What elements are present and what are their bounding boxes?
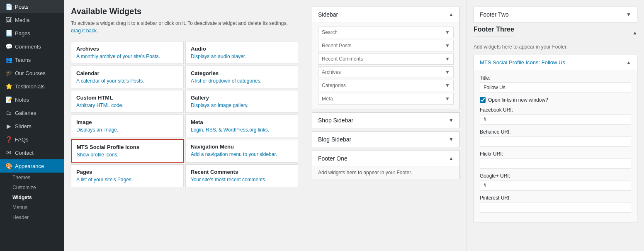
facebook-field-row: Facebook URI: [480,107,631,125]
sidebar-item-gallaries[interactable]: 🗂 Gallaries [0,106,64,119]
media-icon: 🖼 [5,17,12,23]
widget-image[interactable]: Image Displays an image. [71,115,184,137]
flickr-field-row: Flickr URI: [480,151,631,169]
available-widgets-title: Available Widgets [71,7,298,16]
sidebar-item-contact[interactable]: ✉ Contact [0,146,64,159]
widget-audio-desc: Displays an audio player. [191,54,293,59]
widgets-description: To activate a widget drag it to a sideba… [71,19,298,34]
sidebar-item-testimonials[interactable]: ⭐ Testimonials [0,80,64,93]
sidebar-sub-header[interactable]: Header [0,212,64,222]
testimonials-icon: ⭐ [5,83,12,90]
pinterest-input[interactable] [480,202,631,213]
widget-calendar[interactable]: Calendar A calendar of your site's Posts… [71,66,184,88]
widget-custom-html[interactable]: Custom HTML Arbitrary HTML code. [71,90,184,113]
footer-three-note: Add widgets here to appear in your Foote… [474,44,637,50]
footer-three-section: Footer Three ▲ Add widgets here to appea… [474,26,637,222]
widget-nav-menu-name: Navigation Menu [191,144,293,150]
search-label: Search [322,29,338,35]
drag-back-link[interactable]: drag it back [71,28,97,34]
notes-icon: 📝 [5,96,12,103]
behance-label: Behance URI: [480,129,631,135]
footer-one-note: Add widgets here to appear in your Foote… [312,166,459,179]
courses-icon: 🎓 [5,70,12,76]
footer-three-collapse-icon[interactable]: ▲ [632,30,637,36]
facebook-input[interactable] [480,114,631,125]
widget-nav-menu-desc: Add a navigation menu to your sidebar. [191,151,293,157]
sidebar-sub-customize[interactable]: Customize [0,183,64,193]
blog-sidebar-header[interactable]: Blog Sidebar ▼ [312,132,459,147]
widget-pages-desc: A list of your site's Pages. [76,177,178,183]
shop-sidebar-header[interactable]: Shop Sidebar ▼ [312,113,459,128]
mts-social-widget: MTS Social Profile Icons: Follow Us ▲ Ti… [474,55,637,222]
archives-arrow: ▼ [445,69,450,75]
recent-posts-sidebar-item[interactable]: Recent Posts ▼ [318,40,454,51]
widgets-grid: Archives A monthly archive of your site'… [71,41,298,187]
pages-icon: 📃 [5,30,12,37]
sidebar-item-media[interactable]: 🖼 Media [0,13,64,27]
widget-mts-social[interactable]: MTS Social Profile Icons Show profile ic… [71,139,184,163]
sidebar-item-sliders[interactable]: ▶ Sliders [0,119,64,133]
sidebar-item-faqs[interactable]: ❓ FAQs [0,133,64,146]
footer-three-title: Footer Three [474,26,514,37]
gallaries-icon: 🗂 [5,110,12,116]
search-sidebar-item[interactable]: Search ▼ [318,27,454,38]
google-plus-field-row: Google+ URI: [480,173,631,191]
faqs-icon: ❓ [5,136,12,143]
recent-comments-sidebar-item[interactable]: Recent Comments ▼ [318,53,454,65]
widget-image-name: Image [76,119,178,125]
contact-icon: ✉ [5,149,12,156]
sidebar-sub-themes[interactable]: Themes [0,173,64,183]
archives-sidebar-item[interactable]: Archives ▼ [318,66,454,78]
footer-one-header[interactable]: Footer One ▲ [312,151,459,166]
google-plus-input[interactable] [480,180,631,191]
flickr-input[interactable] [480,158,631,169]
sidebar-item-courses[interactable]: 🎓 Our Courses [0,66,64,80]
meta-sidebar-item[interactable]: Meta ▼ [318,93,454,105]
widget-nav-menu[interactable]: Navigation Menu Add a navigation menu to… [185,139,298,163]
recent-comments-label: Recent Comments [322,56,363,62]
footer-one-arrow: ▲ [449,156,454,161]
behance-input[interactable] [480,136,631,147]
widget-recent-comments[interactable]: Recent Comments Your site's most recent … [185,164,298,187]
facebook-label: Facebook URI: [480,107,631,113]
footer-three-panel: Footer Two ▼ Footer Three ▲ Add widgets … [467,0,644,251]
sidebar-header[interactable]: Sidebar ▲ [312,7,459,22]
widget-archives-desc: A monthly archive of your site's Posts. [76,54,178,59]
sidebar-item-comments[interactable]: 💬 Comments [0,40,64,53]
sidebar-item-notes[interactable]: 📝 Notes [0,93,64,106]
sidebar-item-appearance[interactable]: 🎨 Appearance [0,159,64,173]
sliders-icon: ▶ [5,123,12,129]
open-links-checkbox[interactable] [480,97,486,103]
archives-label: Archives [322,69,341,75]
widget-archives-name: Archives [76,46,178,52]
sidebar-title: Sidebar [318,11,338,18]
widget-audio[interactable]: Audio Displays an audio player. [185,41,298,64]
widget-categories-name: Categories [191,70,293,76]
mts-social-widget-header[interactable]: MTS Social Profile Icons: Follow Us ▲ [474,55,637,70]
footer-two-header[interactable]: Footer Two ▼ [474,7,637,22]
sidebar-item-pages[interactable]: 📃 Pages [0,27,64,40]
sidebar-item-posts[interactable]: 📄 Posts [0,0,64,13]
title-field-row: Title: [480,75,631,93]
widget-meta[interactable]: Meta Login, RSS, & WordPress.org links. [185,115,298,137]
widget-archives[interactable]: Archives A monthly archive of your site'… [71,41,184,64]
blog-sidebar-area: Blog Sidebar ▼ [312,132,460,147]
title-input[interactable] [480,82,631,93]
widget-gallery[interactable]: Gallery Displays an image gallery. [185,90,298,113]
mts-social-widget-body: Title: Open links in new window? Faceboo… [474,70,637,222]
widget-custom-html-desc: Arbitrary HTML code. [76,102,178,108]
widget-categories[interactable]: Categories A list or dropdown of categor… [185,66,298,88]
sidebar-item-teams[interactable]: 👥 Teams [0,53,64,66]
posts-icon: 📄 [5,3,12,10]
widget-pages[interactable]: Pages A list of your site's Pages. [71,164,184,187]
footer-one-area: Footer One ▲ Add widgets here to appear … [312,151,460,179]
footer-two-title: Footer Two [480,11,509,18]
google-plus-label: Google+ URI: [480,173,631,179]
shop-sidebar-area: Shop Sidebar ▼ [312,112,460,128]
mts-social-widget-title: MTS Social Profile Icons: Follow Us [480,59,565,66]
categories-sidebar-item[interactable]: Categories ▼ [318,80,454,91]
sidebar-sub-menus[interactable]: Menus [0,202,64,212]
widget-categories-desc: A list or dropdown of categories. [191,78,293,84]
shop-sidebar-arrow: ▼ [449,117,454,123]
sidebar-sub-widgets[interactable]: Widgets [0,193,64,202]
